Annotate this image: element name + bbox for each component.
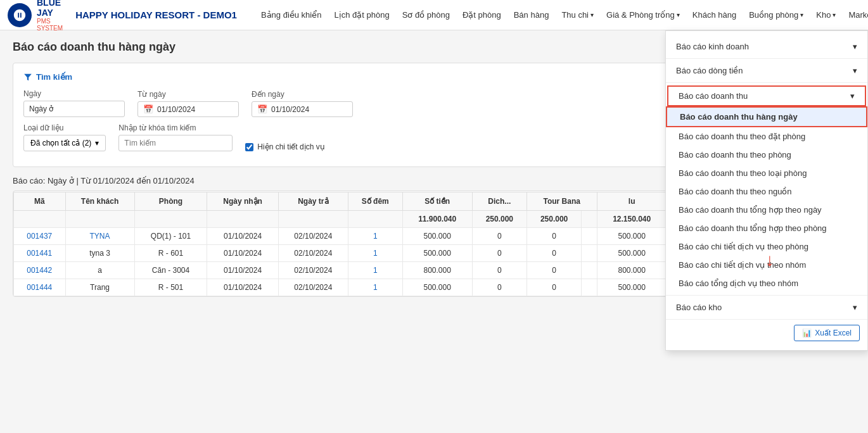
section-dong-tien-title[interactable]: Báo cáo dòng tiền ▾	[666, 61, 867, 80]
cell-ten-trang: Trang	[65, 279, 134, 296]
sub-item-theo-dat-phong[interactable]: Báo cáo doanh thu theo đặt phòng	[666, 127, 867, 146]
chevron-icon-dong-tien: ▾	[853, 66, 857, 75]
nav-thu-chi[interactable]: Thu chi ▾	[555, 0, 600, 30]
col-dich-vu: Dich...	[472, 192, 527, 211]
section-kinh-doanh: Báo cáo kinh doanh ▾	[666, 35, 867, 59]
cell-ten-tyna3: tyna 3	[65, 245, 134, 262]
loai-du-lieu-group: Loại dữ liệu Đã chọn tất cả (2) ▾	[23, 123, 106, 151]
cell-ma-001441[interactable]: 001441	[14, 245, 66, 262]
cell-tra-4: 02/10/2024	[278, 279, 348, 296]
cell-nhan-3: 01/10/2024	[207, 262, 278, 279]
cell-dem-4[interactable]: 1	[348, 279, 402, 296]
den-ngay-input[interactable]	[271, 105, 335, 114]
loai-du-lieu-dropdown[interactable]: Đã chọn tất cả (2) ▾	[23, 135, 106, 151]
ngay-select[interactable]: Ngày ở	[23, 101, 125, 117]
red-arrow-indicator: ↓	[765, 250, 774, 270]
hien-chi-tiet-checkbox-label[interactable]: Hiện chi tiết dịch vụ	[245, 142, 324, 151]
logo-text: BLUE JAY PMS SYSTEM	[37, 0, 63, 32]
tu-ngay-input-wrap: 📅	[137, 101, 239, 117]
tu-ngay-input[interactable]	[157, 105, 220, 114]
cell-dich-4: 0	[472, 279, 527, 296]
excel-icon: 📊	[802, 329, 812, 337]
cell-ma-001437[interactable]: 001437	[14, 228, 66, 245]
cell-ma-001444[interactable]: 001444	[14, 279, 66, 296]
tu-ngay-group: Từ ngày 📅	[137, 90, 239, 117]
brand-sub: PMS SYSTEM	[37, 18, 63, 32]
sub-item-theo-phong[interactable]: Báo cáo doanh thu theo phòng	[666, 146, 867, 164]
cell-tien-2: 500.000	[402, 245, 472, 262]
cell-dich-1: 0	[472, 228, 527, 245]
main-menu: Bảng điều khiển Lịch đặt phòng Sơ đồ phò…	[255, 0, 868, 30]
den-ngay-input-wrap: 📅	[252, 101, 353, 117]
col-lu: lu	[597, 192, 667, 211]
nav-bang-dieu-khien[interactable]: Bảng điều khiển	[255, 0, 328, 30]
excel-label: Xuất Excel	[815, 329, 852, 337]
col-tour-bana: Tour Bana	[527, 192, 597, 211]
sub-item-theo-loai-phong[interactable]: Báo cáo doanh thu theo loại phòng	[666, 164, 867, 182]
cell-phong-3004: Căn - 3004	[134, 262, 207, 279]
svg-marker-0	[24, 73, 32, 80]
nav-lich-dat-phong[interactable]: Lịch đặt phòng	[328, 0, 395, 30]
reports-dropdown-menu: Báo cáo kinh doanh ▾ Báo cáo dòng tiền ▾…	[665, 30, 868, 351]
logo-area: BLUE JAY PMS SYSTEM	[8, 0, 63, 32]
sum-tour2	[582, 211, 597, 228]
chevron-icon-kinh-doanh: ▾	[853, 42, 857, 51]
sum-ngay-tra	[278, 211, 348, 228]
section-kho: Báo cáo kho ▾	[666, 296, 867, 320]
sub-item-theo-nguon[interactable]: Báo cáo doanh thu theo nguồn	[666, 182, 867, 201]
col-so-tien: Số tiền	[402, 192, 472, 211]
section-dong-tien: Báo cáo dòng tiền ▾	[666, 59, 867, 83]
sub-item-hang-ngay[interactable]: Báo cáo doanh thu hàng ngày	[666, 106, 867, 127]
nav-so-do-phong[interactable]: Sơ đồ phòng	[396, 0, 456, 30]
cell-dem-3[interactable]: 1	[348, 262, 402, 279]
cell-ten-TYNA[interactable]: TYNA	[65, 228, 134, 245]
nav-buong-phong[interactable]: Buồng phòng ▾	[743, 0, 810, 30]
ngay-label: Ngày	[23, 89, 125, 98]
xuat-excel-button[interactable]: 📊 Xuất Excel	[794, 325, 860, 341]
loai-du-lieu-value: Đã chọn tất cả (2)	[30, 139, 91, 147]
hien-chi-tiet-label: Hiện chi tiết dịch vụ	[257, 142, 324, 151]
col-ma: Mã	[14, 192, 66, 211]
tu-ngay-label: Từ ngày	[137, 90, 239, 99]
brand-name: BLUE JAY	[37, 0, 63, 18]
calendar-icon-from: 📅	[143, 104, 153, 114]
section-kinh-doanh-title[interactable]: Báo cáo kinh doanh ▾	[666, 37, 867, 56]
sum-ten	[65, 211, 134, 228]
sum-so-tien: 11.900.040	[402, 211, 472, 228]
col-ngay-tra: Ngày trả	[278, 192, 348, 211]
nav-khach-hang[interactable]: Khách hàng	[686, 0, 743, 30]
nav-dat-phong[interactable]: Đặt phòng	[456, 0, 507, 30]
cell-ma-001442[interactable]: 001442	[14, 262, 66, 279]
cell-tour1-1: 0	[527, 228, 581, 245]
col-ngay-nhan: Ngày nhận	[207, 192, 278, 211]
cell-tra-2: 02/10/2024	[278, 245, 348, 262]
cell-ten-a: a	[65, 262, 134, 279]
col-ten-khach: Tên khách	[65, 192, 134, 211]
cell-tour1-2: 0	[527, 245, 581, 262]
ngay-group: Ngày Ngày ở	[23, 89, 125, 117]
chevron-icon-kho: ▾	[853, 303, 857, 312]
loai-du-lieu-label: Loại dữ liệu	[23, 123, 106, 132]
kho-label: Báo cáo kho	[676, 303, 722, 312]
cell-lu-1: 500.000	[597, 228, 667, 245]
nav-ban-hang[interactable]: Bán hàng	[507, 0, 556, 30]
hien-chi-tiet-checkbox[interactable]	[245, 143, 253, 151]
sub-item-tong-dv-nhom[interactable]: Báo cáo tổng dịch vụ theo nhóm	[666, 274, 867, 292]
search-input[interactable]	[118, 135, 233, 151]
section-doanh-thu-title[interactable]: Báo cáo doanh thu ▾	[667, 85, 866, 106]
nav-kho[interactable]: Kho ▾	[810, 0, 842, 30]
section-kho-title[interactable]: Báo cáo kho ▾	[666, 298, 867, 317]
cell-dich-3: 0	[472, 262, 527, 279]
sub-item-tong-hop-ngay[interactable]: Báo cáo doanh thu tổng hợp theo ngày	[666, 201, 867, 219]
chevron-icon-doanh-thu: ▾	[850, 91, 855, 101]
sum-dich: 250.000	[472, 211, 527, 228]
nav-marketing[interactable]: Marketing	[842, 0, 868, 30]
cell-dem-2[interactable]: 1	[348, 245, 402, 262]
nav-gia-phong-trong[interactable]: Giá & Phòng trống ▾	[600, 0, 686, 30]
sub-item-tong-hop-phong[interactable]: Báo cáo doanh thu tổng hợp theo phòng	[666, 219, 867, 237]
den-ngay-label: Đến ngày	[252, 90, 353, 99]
cell-tien-1: 500.000	[402, 228, 472, 245]
cell-tour2-1	[582, 228, 597, 245]
cell-dem-1[interactable]: 1	[348, 228, 402, 245]
cell-tra-1: 02/10/2024	[278, 228, 348, 245]
